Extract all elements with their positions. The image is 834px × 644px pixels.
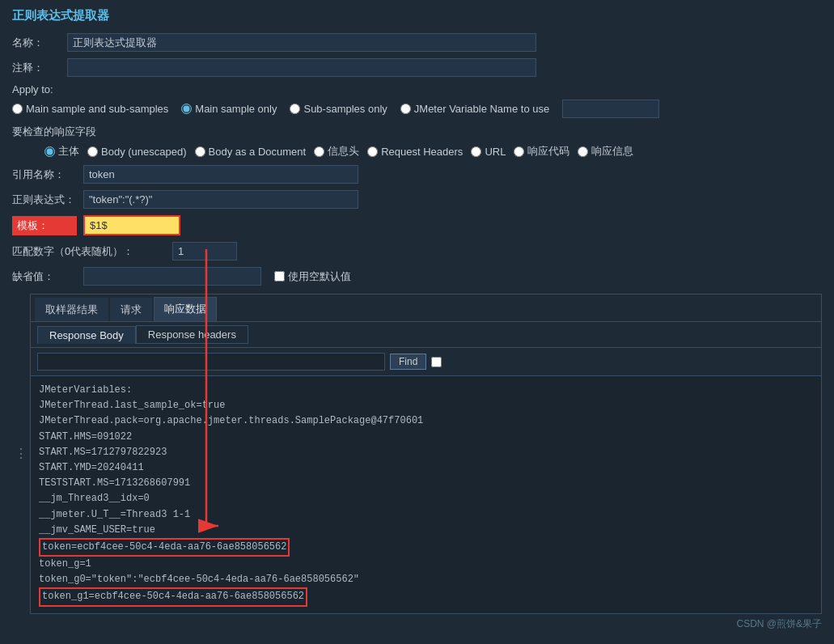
side-dots: ⋮: [12, 294, 30, 614]
tab-response-data[interactable]: 响应数据: [154, 297, 217, 321]
content-line: __jm_Thread3__idx=0: [39, 491, 813, 506]
content-line: JMeterVariables:: [39, 383, 813, 398]
tab-sampler-result[interactable]: 取样器结果: [35, 298, 108, 321]
regex-label: 正则表达式：: [12, 193, 77, 207]
page-title: 正则表达式提取器: [12, 8, 822, 23]
find-checkbox[interactable]: [431, 357, 442, 367]
content-line: token_g0="token":"ecbf4cee-50c4-4eda-aa7…: [39, 572, 813, 587]
radio-resp-msg[interactable]: 响应信息: [578, 144, 633, 159]
template-row: 模板：: [12, 215, 822, 235]
radio-main-sub[interactable]: Main sample and sub-samples: [12, 103, 168, 115]
radio-info[interactable]: 信息头: [314, 144, 359, 159]
content-line: __jmeter.U_T__=Thread3 1-1: [39, 507, 813, 523]
content-line: JMeterThread.pack=org.apache.jmeter.thre…: [39, 413, 813, 429]
field-radio-group: 主体 Body (unescaped) Body as a Document 信…: [44, 144, 822, 159]
match-num-row: 匹配数字（0代表随机）：: [12, 242, 822, 261]
field-to-check-label: 要检查的响应字段: [12, 125, 822, 139]
name-label: 名称：: [12, 36, 61, 50]
use-default-checkbox-item[interactable]: 使用空默认值: [274, 269, 351, 284]
apply-to-label: Apply to:: [12, 83, 822, 95]
radio-url[interactable]: URL: [471, 146, 506, 158]
ref-name-input[interactable]: [83, 165, 358, 184]
radio-main-only[interactable]: Main sample only: [181, 103, 277, 115]
content-line: __jmv_SAME_USER=true: [39, 523, 813, 538]
content-line: token_g1=ecbf4cee-50c4-4eda-aa76-6ae8580…: [39, 587, 813, 606]
radio-body-unescaped[interactable]: Body (unescaped): [87, 146, 187, 158]
content-line: token_g=1: [39, 557, 813, 572]
ref-name-label: 引用名称：: [12, 167, 77, 182]
comment-row: 注释：: [12, 58, 822, 77]
use-default-label: 使用空默认值: [288, 269, 351, 284]
apply-to-group: Main sample and sub-samples Main sample …: [12, 100, 822, 118]
outer-tabs-section: ⋮ 取样器结果 请求 响应数据 Response Body Response h…: [12, 294, 822, 614]
jmeter-var-input[interactable]: [562, 100, 659, 118]
name-row: 名称：: [12, 33, 822, 52]
template-input[interactable]: [83, 215, 180, 235]
inner-tab-response-headers[interactable]: Response headers: [136, 325, 248, 344]
match-num-input[interactable]: [172, 242, 237, 261]
find-button[interactable]: Find: [390, 354, 426, 370]
regex-input[interactable]: [83, 190, 358, 209]
inner-tab-response-body[interactable]: Response Body: [37, 326, 136, 344]
tab-request[interactable]: 请求: [110, 298, 152, 321]
search-input[interactable]: [37, 353, 385, 371]
radio-req-headers[interactable]: Request Headers: [367, 146, 463, 158]
search-bar: Find: [31, 348, 821, 376]
template-label: 模板：: [12, 216, 77, 235]
main-container: 正则表达式提取器 名称： 注释： Apply to: Main sample a…: [0, 0, 834, 639]
radio-sub-only[interactable]: Sub-samples only: [290, 103, 387, 115]
default-label: 缺省值：: [12, 269, 77, 284]
outer-tabs-bar: 取样器结果 请求 响应数据: [31, 294, 821, 322]
radio-resp-code[interactable]: 响应代码: [514, 144, 569, 159]
content-line: START.HMS=091022: [39, 430, 813, 445]
content-line: token=ecbf4cee-50c4-4eda-aa76-6ae8580565…: [39, 538, 813, 557]
highlighted-line: token_g1=ecbf4cee-50c4-4eda-aa76-6ae8580…: [39, 587, 307, 606]
content-line: START.YMD=20240411: [39, 460, 813, 476]
comment-label: 注释：: [12, 61, 61, 75]
watermark: CSDN @煎饼&果子: [12, 617, 822, 631]
radio-jmeter-var[interactable]: JMeter Variable Name to use: [400, 103, 549, 115]
ref-name-row: 引用名称：: [12, 165, 822, 184]
name-input[interactable]: [67, 33, 536, 52]
radio-body-as-doc[interactable]: Body as a Document: [195, 146, 307, 158]
radio-body[interactable]: 主体: [44, 144, 79, 159]
highlighted-line: token=ecbf4cee-50c4-4eda-aa76-6ae8580565…: [39, 538, 290, 557]
content-line: TESTSTART.MS=1713268607991: [39, 476, 813, 491]
inner-tabs-bar: Response Body Response headers: [31, 322, 821, 348]
regex-row: 正则表达式：: [12, 190, 822, 209]
match-num-label: 匹配数字（0代表随机）：: [12, 244, 166, 259]
comment-input[interactable]: [67, 58, 536, 77]
content-line: JMeterThread.last_sample_ok=true: [39, 398, 813, 413]
default-row: 缺省值： 使用空默认值: [12, 267, 822, 286]
content-area: JMeterVariables:JMeterThread.last_sample…: [31, 376, 821, 613]
default-input[interactable]: [83, 267, 261, 286]
content-line: START.MS=1712797822923: [39, 445, 813, 460]
use-default-checkbox[interactable]: [274, 271, 285, 282]
